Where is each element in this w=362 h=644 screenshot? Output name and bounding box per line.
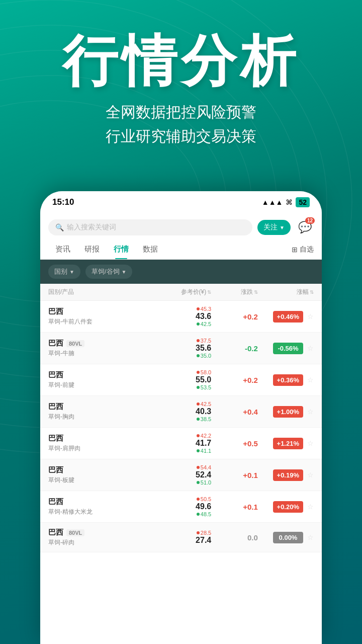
grade-tag: 80VL	[66, 340, 84, 347]
country-label: 巴西	[48, 402, 141, 412]
pct-badge: +1.00%	[273, 406, 303, 418]
country-label: 巴西	[48, 434, 141, 443]
table-row[interactable]: 巴西 草饲-板腱 54.4 52.4 51.0 +0.1 +0.19% ☆	[40, 459, 322, 491]
filter-country[interactable]: 国别 ▼	[48, 265, 80, 279]
country-label: 巴西	[48, 307, 141, 316]
col-product: 巴西 草饲-前腱	[48, 370, 141, 389]
col-product: 巴西80VL 草饲-牛腩	[48, 339, 141, 358]
sort-change-icon: ⇅	[254, 289, 258, 295]
price-high: 54.4	[197, 464, 211, 470]
pct-badge: 0.00%	[273, 532, 303, 543]
message-badge: 12	[305, 217, 315, 224]
table-row[interactable]: 巴西 草饲-牛前八件套 45.3 43.6 42.5 +0.2 +0.46% ☆	[40, 301, 322, 333]
table-row[interactable]: 巴西 草饲-肩胛肉 42.2 41.7 41.1 +0.5 +1.21% ☆	[40, 428, 322, 459]
grid-icon: ⊞	[292, 246, 298, 254]
star-icon[interactable]: ☆	[307, 376, 314, 384]
star-icon[interactable]: ☆	[307, 439, 314, 447]
price-low: 51.0	[197, 479, 211, 486]
star-icon[interactable]: ☆	[307, 471, 314, 479]
search-input-wrap[interactable]: 🔍 输入搜索关键词	[48, 219, 252, 235]
tab-market[interactable]: 行情	[107, 239, 136, 259]
country-label: 巴西	[48, 370, 141, 380]
app-content: 🔍 输入搜索关键词 关注 ▼ 💬 12 资讯 研报 行情 数据	[40, 213, 322, 644]
sort-price-icon: ⇅	[207, 289, 211, 295]
star-icon[interactable]: ☆	[307, 533, 314, 541]
price-high: 42.2	[197, 433, 211, 439]
watchlist-nav[interactable]: ⊞ 自选	[292, 245, 314, 254]
price-main: 35.6	[196, 344, 211, 353]
star-icon[interactable]: ☆	[307, 503, 314, 511]
price-main: 55.0	[196, 375, 211, 384]
table-row[interactable]: 巴西80VL 草饲-碎肉 28.5 27.4 0.0 0.00% ☆	[40, 523, 322, 552]
country-label: 巴西	[48, 465, 141, 475]
col-price: 45.3 43.6 42.5	[141, 306, 211, 327]
filter-country-label: 国别	[54, 267, 67, 276]
price-low: 48.5	[197, 511, 211, 517]
price-main: 49.6	[196, 502, 211, 511]
price-low: 38.5	[197, 416, 211, 422]
price-high: 50.5	[197, 496, 211, 502]
th-price[interactable]: 参考价(¥) ⇅	[141, 288, 211, 296]
price-high: 45.3	[197, 306, 211, 312]
col-product: 巴西 草饲-肩胛肉	[48, 434, 141, 453]
tab-research[interactable]: 研报	[77, 239, 107, 259]
pct-badge: -0.56%	[273, 343, 303, 354]
col-pct: +0.20% ☆	[258, 501, 314, 513]
status-icons: ▲▲▲ ⌘ 52	[262, 197, 310, 207]
follow-label: 关注	[263, 223, 278, 232]
col-pct: 0.00% ☆	[258, 532, 314, 543]
th-product: 国别/产品	[48, 288, 141, 296]
price-high: 42.5	[197, 401, 211, 407]
pct-badge: +1.21%	[273, 438, 303, 449]
price-main: 52.4	[196, 470, 211, 479]
product-name: 草饲-前腱	[48, 381, 141, 389]
product-name: 草饲-牛前八件套	[48, 317, 141, 326]
filter-feeding-label: 草饲/谷饲	[92, 267, 120, 276]
star-icon[interactable]: ☆	[307, 312, 314, 320]
col-price: 37.5 35.6 35.0	[141, 338, 211, 359]
th-pct[interactable]: 涨幅 ⇅	[258, 288, 314, 296]
col-price: 42.5 40.3 38.5	[141, 401, 211, 422]
subtitle-line1: 全网数据把控风险预警	[25, 100, 337, 124]
table-row[interactable]: 巴西 草饲-前腱 58.0 55.0 53.5 +0.2 +0.36% ☆	[40, 364, 322, 396]
message-button[interactable]: 💬 12	[296, 218, 314, 236]
price-low: 35.0	[197, 353, 211, 359]
col-pct: +1.21% ☆	[258, 438, 314, 449]
col-change: 0.0	[211, 533, 258, 542]
phone-frame: 15:10 ▲▲▲ ⌘ 52 🔍 输入搜索关键词 关注 ▼ 💬	[40, 191, 322, 644]
follow-button[interactable]: 关注 ▼	[257, 220, 291, 235]
table-row[interactable]: 巴西80VL 草饲-牛腩 37.5 35.6 35.0 -0.2 -0.56% …	[40, 333, 322, 364]
table-header: 国别/产品 参考价(¥) ⇅ 涨跌 ⇅ 涨幅 ⇅	[40, 284, 322, 301]
hero-subtitle: 全网数据把控风险预警 行业研究辅助交易决策	[25, 100, 337, 148]
pct-badge: +0.20%	[273, 501, 303, 513]
product-name: 草饲-胸肉	[48, 413, 141, 421]
filter-feeding[interactable]: 草饲/谷饲 ▼	[85, 265, 133, 279]
product-name: 草饲-碎肉	[48, 538, 141, 547]
star-icon[interactable]: ☆	[307, 408, 314, 416]
hero-title: 行情分析	[25, 30, 337, 91]
star-icon[interactable]: ☆	[307, 344, 314, 352]
col-pct: +1.00% ☆	[258, 406, 314, 418]
watchlist-label: 自选	[300, 245, 314, 254]
signal-icon: ▲▲▲	[262, 198, 283, 206]
subtitle-line2: 行业研究辅助交易决策	[25, 124, 337, 148]
col-change: +0.5	[211, 439, 258, 448]
col-price: 28.5 27.4	[141, 530, 211, 545]
hero-section: 行情分析 全网数据把控风险预警 行业研究辅助交易决策	[0, 0, 362, 164]
table-row[interactable]: 巴西 草饲-精修大米龙 50.5 49.6 48.5 +0.1 +0.20% ☆	[40, 491, 322, 523]
country-label: 巴西80VL	[48, 528, 141, 537]
table-row[interactable]: 巴西 草饲-胸肉 42.5 40.3 38.5 +0.4 +1.00% ☆	[40, 396, 322, 428]
filter-bar: 国别 ▼ 草饲/谷饲 ▼	[40, 260, 322, 284]
th-change[interactable]: 涨跌 ⇅	[211, 288, 258, 296]
col-price: 58.0 55.0 53.5	[141, 369, 211, 390]
tab-data[interactable]: 数据	[136, 239, 165, 259]
pct-badge: +0.46%	[273, 311, 303, 323]
search-icon: 🔍	[55, 223, 64, 231]
col-change: +0.4	[211, 408, 258, 416]
table-body: 巴西 草饲-牛前八件套 45.3 43.6 42.5 +0.2 +0.46% ☆…	[40, 301, 322, 644]
pct-badge: +0.36%	[273, 374, 303, 386]
col-change: +0.2	[211, 312, 258, 321]
wifi-icon: ⌘	[286, 198, 293, 206]
price-low: 42.5	[197, 321, 211, 327]
tab-news[interactable]: 资讯	[48, 239, 77, 259]
